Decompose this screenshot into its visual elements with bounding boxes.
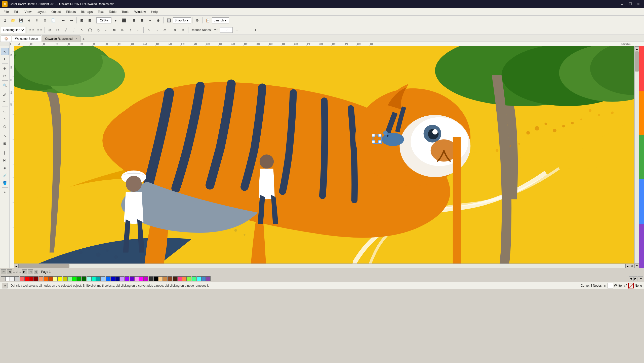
swatch-dkteal[interactable] [96, 276, 101, 281]
launcher-button[interactable]: 📋 [204, 17, 212, 24]
page-add-button[interactable]: 🖨 [34, 270, 38, 274]
vertical-scrollbar[interactable]: ▲ ▼ [634, 46, 639, 268]
swatch-pink[interactable] [177, 276, 182, 281]
align-nodes-button[interactable]: ↔ [102, 26, 110, 34]
node-smoothing-button[interactable]: ⋯ [244, 26, 251, 34]
open-button[interactable]: 📁 [9, 17, 17, 24]
scroll-left-button[interactable]: ◀ [14, 264, 19, 268]
minimize-button[interactable]: – [619, 1, 626, 7]
no-color-swatch[interactable]: ✕ [1, 276, 5, 281]
swatch-steel[interactable] [201, 276, 206, 281]
add-control-point-button[interactable]: + [252, 26, 259, 34]
tool-smartdraw[interactable]: 〜 [1, 98, 9, 106]
snap-btn[interactable]: 🔲 [165, 17, 172, 24]
zoom-dropdown-button[interactable]: ▼ [112, 17, 119, 24]
new-button[interactable]: 🗋 [1, 17, 9, 24]
tool-table[interactable]: ⊞ [1, 140, 9, 147]
swatch-ltteal[interactable] [87, 276, 91, 281]
swatch-black[interactable] [153, 276, 158, 281]
view-btn1[interactable]: ⊞ [130, 17, 138, 24]
menu-table[interactable]: Table [106, 9, 119, 15]
sym-curve-button[interactable]: ∿ [78, 26, 86, 34]
swatch-dkbrown[interactable] [168, 276, 172, 281]
tool-freehand[interactable]: 🖊 [1, 91, 9, 98]
import-button[interactable]: ⬇ [33, 17, 41, 24]
canvas[interactable] [14, 46, 634, 263]
swatch-dkgreen[interactable] [77, 276, 82, 281]
menu-edit[interactable]: Edit [11, 9, 22, 15]
menu-layout[interactable]: Layout [34, 9, 49, 15]
horizontal-scrollbar[interactable]: ◀ ▶ ⊕ [14, 263, 634, 268]
cusp-button[interactable]: ◇ [94, 26, 102, 34]
tab-add-button[interactable]: + [81, 37, 86, 42]
swatch-sepia[interactable] [173, 276, 177, 281]
statusbar-options-button[interactable]: ⚙ [2, 283, 8, 288]
swatch-white[interactable] [5, 276, 10, 281]
menu-help[interactable]: Help [148, 9, 160, 15]
close-button[interactable]: ✕ [635, 1, 642, 7]
canvas-wrap[interactable]: ▲ ▼ ◀ ▶ ⊕ [14, 46, 639, 268]
rcs-orange[interactable] [639, 91, 644, 135]
tool-shape[interactable]: ✦ [1, 55, 9, 62]
swatch-dkorange[interactable] [48, 276, 53, 281]
reduce-nodes-plus-button[interactable]: + [233, 26, 241, 34]
menu-file[interactable]: File [1, 9, 11, 15]
swatch-ltyellow[interactable] [53, 276, 58, 281]
page-first-button[interactable]: ⊢ [1, 269, 6, 274]
swatch-scroll-right[interactable]: ▶ [633, 276, 637, 281]
tool-fill[interactable]: 🪣 [1, 179, 9, 186]
menu-view[interactable]: View [22, 9, 34, 15]
tool-add[interactable]: + [1, 189, 9, 196]
swatch-maroon[interactable] [34, 276, 38, 281]
swatch-orange[interactable] [44, 276, 48, 281]
swatch-dkpurple[interactable] [130, 276, 134, 281]
zoom-corner-button[interactable]: ⊕ [630, 264, 634, 268]
options-button[interactable]: ⚙ [194, 17, 201, 24]
tool-parallel[interactable]: ∥ [1, 149, 9, 156]
fill-color-box[interactable] [608, 283, 613, 288]
menu-bitmaps[interactable]: Bitmaps [78, 9, 95, 15]
snap-to-dropdown[interactable]: Snap To ▼ [173, 17, 191, 23]
tool-select[interactable]: ↖ [1, 48, 9, 55]
tab-welcome[interactable]: Welcome Screen [12, 36, 41, 42]
menu-tools[interactable]: Tools [119, 9, 132, 15]
swatch-green[interactable] [72, 276, 77, 281]
position-button[interactable]: ⊟ [86, 17, 94, 24]
swatch-dkblue[interactable] [110, 276, 115, 281]
swatch-forest[interactable] [82, 276, 86, 281]
page-prev-button[interactable]: ◀ [7, 269, 12, 274]
swatch-violet[interactable] [206, 276, 211, 281]
zoom-fit-button[interactable]: ⬛ [120, 17, 128, 24]
scroll-thumb-v[interactable] [635, 51, 639, 72]
scroll-right-button[interactable]: ▶ [625, 264, 630, 268]
export-button[interactable]: ⬆ [41, 17, 49, 24]
tool-zoom[interactable]: 🔍 [1, 82, 9, 89]
tool-transform[interactable]: ⊕ [1, 65, 9, 72]
rcs-red[interactable] [639, 46, 644, 91]
swatch-mint[interactable] [192, 276, 196, 281]
scroll-down-button[interactable]: ▼ [635, 263, 639, 268]
swatch-brown[interactable] [163, 276, 168, 281]
tool-crop[interactable]: ✂ [1, 72, 9, 79]
menu-window[interactable]: Window [132, 9, 148, 15]
restore-button[interactable]: ❐ [627, 1, 634, 7]
reduce-nodes-input[interactable] [220, 27, 233, 33]
redo-button[interactable]: ↪ [68, 17, 75, 24]
view-btn2[interactable]: ⊟ [138, 17, 146, 24]
outline-color-box[interactable] [628, 283, 634, 288]
swatch-ltblue[interactable] [101, 276, 105, 281]
extend-button[interactable]: → [153, 26, 160, 34]
swatch-ltorange[interactable] [39, 276, 43, 281]
scroll-mode-button[interactable]: ↔ [135, 26, 142, 34]
add-node-button[interactable]: ⊕⊕ [28, 26, 35, 34]
swatch-cyan[interactable] [196, 276, 201, 281]
scroll-thumb-h[interactable] [19, 264, 69, 268]
tab-file[interactable]: Oswaldo Rosales.cdr ✕ [42, 36, 80, 42]
reduce-curve-button[interactable]: 〜 [212, 26, 220, 34]
tool-eyedropper[interactable]: 💉 [1, 172, 9, 179]
swatch-ltred[interactable] [20, 276, 24, 281]
swatch-lime[interactable] [187, 276, 191, 281]
view-btn3[interactable]: ≡ [146, 17, 154, 24]
pen-button[interactable]: ✏ [179, 26, 187, 34]
tool-transparency[interactable]: ◈ [1, 164, 9, 171]
